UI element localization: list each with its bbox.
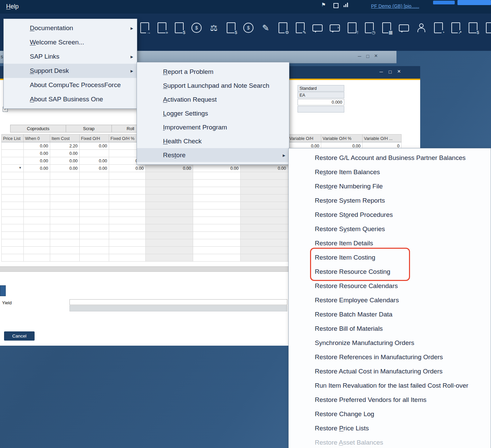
column-header-fixed-o-h[interactable]: Fixed O/H <box>80 134 109 142</box>
doc-forward-icon[interactable]: » <box>156 21 168 35</box>
menu-item-restore-price-lists[interactable]: Restore Price Lists <box>289 421 491 435</box>
menu-item-health-check[interactable]: Health Check <box>137 134 289 148</box>
table-cell[interactable] <box>50 254 80 262</box>
menu-item-activation-request[interactable]: Activation Request <box>137 93 289 106</box>
menu-item-support-desk[interactable]: Support Desk▶ <box>4 64 137 78</box>
table-cell[interactable] <box>24 232 50 239</box>
table-cell[interactable] <box>146 224 193 232</box>
table-cell[interactable] <box>193 187 241 195</box>
table-cell[interactable] <box>193 247 241 254</box>
box-arrow-icon[interactable]: ↗ <box>450 21 462 35</box>
table-cell[interactable] <box>1 247 24 254</box>
menu-item-restore-stored-procedures[interactable]: Restore Stored Procedures <box>289 208 491 222</box>
table-cell[interactable] <box>50 202 80 209</box>
menu-item-improvement-program[interactable]: Improvement Program <box>137 120 289 134</box>
maximize-icon[interactable]: □ <box>366 54 369 59</box>
table-cell[interactable] <box>50 195 80 202</box>
table-cell[interactable] <box>50 232 80 239</box>
menu-item-restore-g-l-account-and-business-partner-balances[interactable]: Restore G/L Account and Business Partner… <box>289 151 491 165</box>
table-cell[interactable] <box>109 232 146 239</box>
yield-input-secondary[interactable] <box>69 305 287 311</box>
table-cell[interactable]: 0.00 <box>80 157 109 165</box>
table-cell[interactable] <box>146 232 193 239</box>
table-cell[interactable] <box>193 254 241 262</box>
menu-item-about-sap-business-one[interactable]: About SAP Business One <box>4 92 137 106</box>
table-cell[interactable] <box>1 157 24 165</box>
table-cell[interactable] <box>241 232 288 239</box>
doc-export-icon[interactable]: → <box>139 21 150 35</box>
chat-forward-icon[interactable]: › <box>329 21 341 35</box>
table-cell[interactable] <box>1 150 24 157</box>
table-cell[interactable] <box>241 239 288 247</box>
table-cell[interactable] <box>1 217 24 224</box>
menu-item-documentation[interactable]: Documentation▶ <box>4 21 137 35</box>
table-cell[interactable] <box>193 224 241 232</box>
table-cell[interactable] <box>80 172 109 180</box>
menu-item-sap-links[interactable]: SAP Links▶ <box>4 49 137 64</box>
table-cell[interactable]: 0.00 <box>50 165 80 172</box>
table-cell[interactable] <box>193 232 241 239</box>
table-cell[interactable] <box>109 224 146 232</box>
help-menu-button[interactable]: Help <box>6 3 19 10</box>
dropdown-arrow-icon[interactable]: ▼ <box>19 166 22 169</box>
table-cell[interactable] <box>193 172 241 180</box>
table-cell[interactable] <box>146 180 193 187</box>
table-cell[interactable]: 0.00 <box>50 150 80 157</box>
table-cell[interactable] <box>80 247 109 254</box>
flag-icon[interactable]: ⚑ <box>321 2 326 8</box>
table-cell[interactable] <box>109 180 146 187</box>
table-cell[interactable] <box>80 254 109 262</box>
table-cell[interactable] <box>50 180 80 187</box>
table-cell[interactable] <box>80 150 109 157</box>
cancel-button[interactable]: Cancel <box>4 331 35 341</box>
chart-dollar-icon[interactable]: $ <box>467 21 479 35</box>
menu-item-restore[interactable]: Restore▶ <box>137 148 289 162</box>
table-cell[interactable] <box>80 180 109 187</box>
table-cell[interactable]: 2.20 <box>50 142 80 150</box>
table-cell[interactable] <box>24 172 50 180</box>
menu-item-restore-resource-calendars[interactable]: Restore Resource Calendars <box>289 279 491 293</box>
table-cell[interactable] <box>24 187 50 195</box>
yield-input[interactable] <box>69 299 287 305</box>
menu-item-restore-numbering-file[interactable]: Restore Numbering File <box>289 179 491 194</box>
table-cell[interactable] <box>24 254 50 262</box>
chat-bubble-icon[interactable] <box>312 21 323 35</box>
table-cell[interactable] <box>1 209 24 217</box>
table-cell[interactable] <box>1 239 24 247</box>
table-cell[interactable] <box>109 217 146 224</box>
tasklist-warning-icon[interactable]: ! <box>346 21 358 35</box>
table-cell[interactable] <box>1 254 24 262</box>
table-cell[interactable] <box>50 172 80 180</box>
menu-item-welcome-screen[interactable]: Welcome Screen... <box>4 35 137 49</box>
table-cell[interactable] <box>80 209 109 217</box>
pencil-icon[interactable]: ✎ <box>260 21 271 35</box>
table-cell[interactable] <box>193 239 241 247</box>
side-button-fragment[interactable] <box>0 285 6 296</box>
table-cell[interactable] <box>80 232 109 239</box>
table-cell[interactable] <box>146 202 193 209</box>
doc-gauge-icon[interactable]: ◔ <box>433 21 444 35</box>
maximize-icon[interactable]: □ <box>389 69 391 75</box>
table-cell[interactable] <box>146 217 193 224</box>
doc-dollar-icon[interactable]: $ <box>173 21 185 35</box>
table-cell[interactable] <box>24 217 50 224</box>
table-cell[interactable] <box>1 224 24 232</box>
menu-item-restore-actual-cost-in-manufacturing-orders[interactable]: Restore Actual Cost in Manufacturing Ord… <box>289 364 491 379</box>
table-cell[interactable] <box>80 224 109 232</box>
table-cell[interactable] <box>109 239 146 247</box>
table-cell[interactable]: 0.00 <box>24 150 50 157</box>
menu-item-run-item-revaluation-for-the-last-failed-cost-roll-over[interactable]: Run Item Revaluation for the last failed… <box>289 379 491 393</box>
table-cell[interactable] <box>50 217 80 224</box>
menu-item-support-launchpad-and-note-search[interactable]: Support Launchpad and Note Search <box>137 79 289 93</box>
table-cell[interactable]: 0.00 <box>24 142 50 150</box>
column-header-price-list[interactable]: Price List <box>1 134 24 142</box>
table-cell[interactable] <box>146 172 193 180</box>
table-cell[interactable] <box>1 195 24 202</box>
stats-bars-icon[interactable] <box>344 2 348 7</box>
table-cell[interactable] <box>24 209 50 217</box>
taskbar-button-fragment[interactable] <box>457 0 491 5</box>
field-box-3[interactable]: 0.000 <box>298 99 344 105</box>
table-cell[interactable] <box>24 195 50 202</box>
minimize-icon[interactable]: ─ <box>380 69 383 75</box>
table-cell[interactable]: 0.00 <box>241 165 288 172</box>
